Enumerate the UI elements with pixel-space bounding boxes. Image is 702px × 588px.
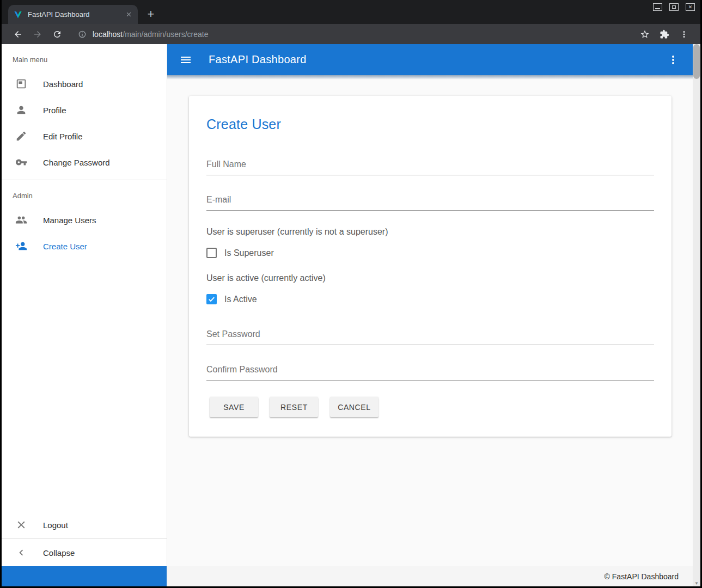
- sidebar-item-label: Edit Profile: [43, 132, 83, 141]
- sidebar-footer-strip: [2, 566, 167, 586]
- sidebar-item-label: Collapse: [43, 548, 75, 558]
- dashboard-icon: [15, 78, 27, 90]
- password-input[interactable]: [206, 326, 654, 345]
- sidebar: Main menu Dashboard Profile Edit Profile: [2, 44, 167, 586]
- sidebar-section-header-main-menu: Main menu: [2, 44, 167, 71]
- active-note: User is active (currently active): [206, 273, 654, 283]
- reload-button[interactable]: [50, 27, 64, 41]
- active-checkbox-label: Is Active: [224, 295, 257, 304]
- address-bar[interactable]: localhost/main/admin/users/create: [72, 27, 630, 42]
- full-name-input[interactable]: [206, 156, 654, 175]
- url-path: /main/admin/users/create: [123, 30, 208, 39]
- sidebar-item-label: Change Password: [43, 158, 110, 167]
- pencil-icon: [15, 130, 27, 142]
- reset-button[interactable]: RESET: [270, 397, 318, 417]
- superuser-note: User is superuser (currently is not a su…: [206, 227, 654, 237]
- superuser-checkbox[interactable]: [206, 248, 217, 258]
- main-area: FastAPI Dashboard Create User User is su…: [167, 44, 693, 586]
- email-field: [206, 192, 654, 211]
- appbar-overflow-menu-icon[interactable]: [667, 53, 680, 66]
- hamburger-menu-icon[interactable]: [179, 53, 192, 66]
- email-input[interactable]: [206, 192, 654, 211]
- superuser-checkbox-label: Is Superuser: [224, 248, 274, 258]
- copyright-text: © FastAPI Dashboard: [605, 572, 679, 581]
- create-user-card: Create User User is superuser (currently…: [189, 96, 672, 437]
- scrollbar[interactable]: ▼: [693, 44, 700, 586]
- page-title: Create User: [206, 117, 654, 132]
- content-area: Create User User is superuser (currently…: [167, 75, 693, 566]
- chevron-left-icon: [15, 547, 27, 559]
- close-icon: [15, 519, 27, 531]
- scrollbar-thumb[interactable]: [693, 44, 700, 79]
- person-add-icon: [15, 240, 27, 252]
- browser-titlebar: FastAPI Dashboard + ✕: [2, 0, 700, 24]
- window-controls: ✕: [653, 3, 695, 11]
- active-checkbox-row: Is Active: [206, 294, 654, 304]
- sidebar-item-label: Logout: [43, 520, 68, 530]
- browser-tab[interactable]: FastAPI Dashboard: [8, 5, 138, 24]
- sidebar-item-label: Dashboard: [43, 79, 83, 89]
- sidebar-spacer: [2, 259, 167, 511]
- window-minimize-button[interactable]: [653, 3, 662, 11]
- vuetify-logo-icon: [14, 10, 22, 19]
- site-info-icon[interactable]: [78, 30, 87, 39]
- forward-button[interactable]: [30, 27, 45, 41]
- window-close-button[interactable]: ✕: [686, 3, 695, 11]
- window-maximize-button[interactable]: [669, 3, 679, 11]
- sidebar-item-label: Create User: [43, 242, 87, 251]
- sidebar-item-dashboard[interactable]: Dashboard: [2, 71, 167, 97]
- bookmark-star-icon[interactable]: [638, 27, 652, 41]
- sidebar-item-label: Manage Users: [43, 216, 96, 225]
- sidebar-item-create-user[interactable]: Create User: [2, 233, 167, 259]
- page: Main menu Dashboard Profile Edit Profile: [2, 44, 700, 586]
- url-text: localhost/main/admin/users/create: [93, 30, 208, 39]
- sidebar-item-change-password[interactable]: Change Password: [2, 149, 167, 175]
- save-button[interactable]: SAVE: [210, 397, 258, 417]
- extensions-icon[interactable]: [657, 27, 672, 41]
- sidebar-item-logout[interactable]: Logout: [2, 511, 167, 538]
- new-tab-button[interactable]: +: [144, 8, 157, 20]
- form-buttons: SAVE RESET CANCEL: [206, 397, 654, 417]
- scrollbar-down-arrow[interactable]: ▼: [693, 581, 700, 586]
- page-footer: © FastAPI Dashboard: [167, 566, 693, 586]
- password-field: [206, 326, 654, 345]
- browser-menu-icon[interactable]: [677, 27, 691, 41]
- confirm-password-field: [206, 362, 654, 381]
- browser-toolbar: localhost/main/admin/users/create: [2, 24, 700, 44]
- active-checkbox[interactable]: [206, 294, 217, 304]
- back-button[interactable]: [11, 27, 25, 41]
- cancel-button[interactable]: CANCEL: [330, 397, 379, 417]
- url-host: localhost: [93, 30, 123, 39]
- appbar-title: FastAPI Dashboard: [209, 53, 307, 66]
- app-bar: FastAPI Dashboard: [167, 44, 693, 75]
- superuser-checkbox-row: Is Superuser: [206, 248, 654, 258]
- tab-title: FastAPI Dashboard: [28, 10, 124, 19]
- person-icon: [15, 104, 27, 116]
- sidebar-item-label: Profile: [43, 106, 66, 115]
- confirm-password-input[interactable]: [206, 362, 654, 381]
- people-icon: [15, 214, 27, 226]
- browser-window: FastAPI Dashboard + ✕ localhost/main/adm…: [2, 0, 700, 586]
- sidebar-section-header-admin: Admin: [2, 180, 167, 207]
- sidebar-item-edit-profile[interactable]: Edit Profile: [2, 123, 167, 149]
- sidebar-item-manage-users[interactable]: Manage Users: [2, 207, 167, 233]
- sidebar-item-collapse[interactable]: Collapse: [2, 539, 167, 566]
- tab-close-icon[interactable]: [124, 10, 133, 20]
- key-icon: [15, 156, 27, 168]
- full-name-field: [206, 156, 654, 175]
- sidebar-item-profile[interactable]: Profile: [2, 97, 167, 123]
